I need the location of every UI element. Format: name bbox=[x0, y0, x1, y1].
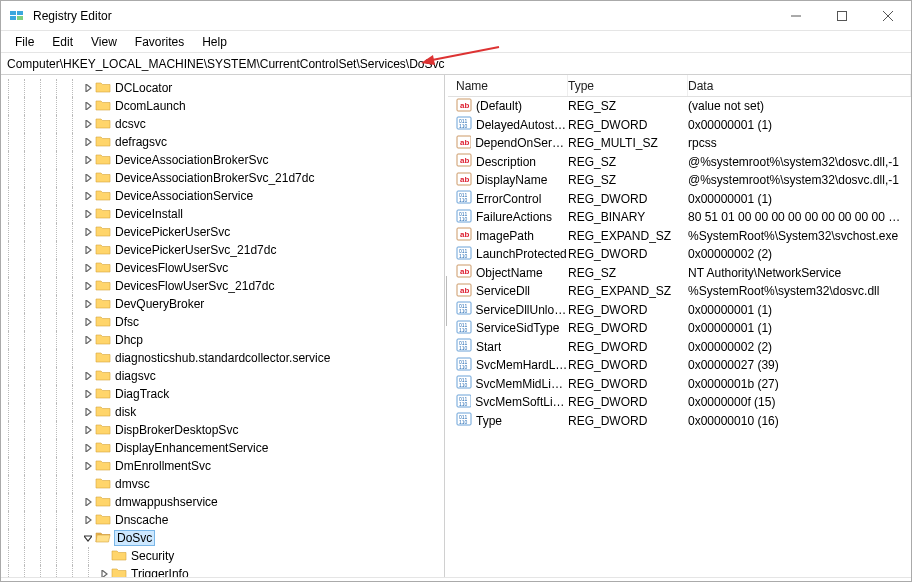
expand-icon-closed[interactable] bbox=[81, 315, 95, 329]
expand-icon-closed[interactable] bbox=[81, 279, 95, 293]
expand-icon-open[interactable] bbox=[81, 531, 95, 545]
expand-icon-closed[interactable] bbox=[81, 441, 95, 455]
tree-item-defragsvc[interactable]: defragsvc bbox=[1, 133, 444, 151]
expand-icon-closed[interactable] bbox=[81, 405, 95, 419]
value-type: REG_DWORD bbox=[568, 395, 688, 409]
folder-icon bbox=[95, 260, 115, 277]
tree-item-dosvc[interactable]: DoSvc bbox=[1, 529, 444, 547]
maximize-button[interactable] bbox=[819, 1, 865, 30]
tree-item-security[interactable]: Security bbox=[1, 547, 444, 565]
list-row[interactable]: LaunchProtectedREG_DWORD0x00000002 (2) bbox=[448, 245, 911, 264]
tree-item-disk[interactable]: disk bbox=[1, 403, 444, 421]
expand-icon-closed[interactable] bbox=[81, 513, 95, 527]
tree-item-dmvsc[interactable]: dmvsc bbox=[1, 475, 444, 493]
folder-icon bbox=[95, 206, 115, 223]
list-row[interactable]: StartREG_DWORD0x00000002 (2) bbox=[448, 338, 911, 357]
expand-icon-closed[interactable] bbox=[81, 99, 95, 113]
expand-icon-closed[interactable] bbox=[81, 153, 95, 167]
list-row[interactable]: DependOnServiceREG_MULTI_SZrpcss bbox=[448, 134, 911, 153]
list-row[interactable]: TypeREG_DWORD0x00000010 (16) bbox=[448, 412, 911, 431]
tree-item-label: DevicePickerUserSvc bbox=[115, 225, 230, 239]
expand-icon-closed[interactable] bbox=[81, 333, 95, 347]
col-header-data[interactable]: Data bbox=[688, 75, 911, 96]
list-row[interactable]: SvcMemSoftLim...REG_DWORD0x0000000f (15) bbox=[448, 393, 911, 412]
tree-item-deviceassociationservice[interactable]: DeviceAssociationService bbox=[1, 187, 444, 205]
list-row[interactable]: ServiceDllUnloa...REG_DWORD0x00000001 (1… bbox=[448, 301, 911, 320]
folder-icon bbox=[95, 440, 115, 457]
menu-edit[interactable]: Edit bbox=[44, 33, 81, 51]
tree-item-dcomlaunch[interactable]: DcomLaunch bbox=[1, 97, 444, 115]
tree-item-dispbrokerdesktopsvc[interactable]: DispBrokerDesktopSvc bbox=[1, 421, 444, 439]
tree-item-label: DevicePickerUserSvc_21d7dc bbox=[115, 243, 276, 257]
expand-icon-closed[interactable] bbox=[81, 297, 95, 311]
list-row[interactable]: SvcMemMidLim...REG_DWORD0x0000001b (27) bbox=[448, 375, 911, 394]
menu-help[interactable]: Help bbox=[194, 33, 235, 51]
list-row[interactable]: ImagePathREG_EXPAND_SZ%SystemRoot%\Syste… bbox=[448, 227, 911, 246]
tree-item-devquerybroker[interactable]: DevQueryBroker bbox=[1, 295, 444, 313]
expand-icon-closed[interactable] bbox=[81, 423, 95, 437]
expand-icon-closed[interactable] bbox=[81, 81, 95, 95]
tree-item-dclocator[interactable]: DCLocator bbox=[1, 79, 444, 97]
minimize-button[interactable] bbox=[773, 1, 819, 30]
expand-icon-closed[interactable] bbox=[97, 567, 111, 577]
tree-item-deviceinstall[interactable]: DeviceInstall bbox=[1, 205, 444, 223]
col-header-name[interactable]: Name bbox=[448, 75, 568, 96]
tree-item-devicesflowusersvc[interactable]: DevicesFlowUserSvc bbox=[1, 259, 444, 277]
address-input[interactable] bbox=[5, 56, 907, 72]
expand-icon-closed[interactable] bbox=[81, 495, 95, 509]
folder-icon bbox=[95, 422, 115, 439]
splitter[interactable] bbox=[445, 75, 448, 577]
tree-item-triggerinfo[interactable]: TriggerInfo bbox=[1, 565, 444, 577]
menu-file[interactable]: File bbox=[7, 33, 42, 51]
expand-icon-closed[interactable] bbox=[81, 369, 95, 383]
expand-icon-closed[interactable] bbox=[81, 387, 95, 401]
list-row[interactable]: (Default)REG_SZ(value not set) bbox=[448, 97, 911, 116]
expand-icon-closed[interactable] bbox=[81, 225, 95, 239]
expand-icon-closed[interactable] bbox=[81, 189, 95, 203]
list-row[interactable]: FailureActionsREG_BINARY80 51 01 00 00 0… bbox=[448, 208, 911, 227]
list-row[interactable]: ObjectNameREG_SZNT Authority\NetworkServ… bbox=[448, 264, 911, 283]
list-row[interactable]: ServiceDllREG_EXPAND_SZ%SystemRoot%\syst… bbox=[448, 282, 911, 301]
value-type: REG_SZ bbox=[568, 173, 688, 187]
col-header-type[interactable]: Type bbox=[568, 75, 688, 96]
list-row[interactable]: DelayedAutostartREG_DWORD0x00000001 (1) bbox=[448, 116, 911, 135]
tree-item-devicepickerusersvc[interactable]: DevicePickerUserSvc bbox=[1, 223, 444, 241]
tree-item-diagtrack[interactable]: DiagTrack bbox=[1, 385, 444, 403]
tree-item-deviceassociationbrokersvc-21d7dc[interactable]: DeviceAssociationBrokerSvc_21d7dc bbox=[1, 169, 444, 187]
list-row[interactable]: SvcMemHardLi...REG_DWORD0x00000027 (39) bbox=[448, 356, 911, 375]
tree-item-displayenhancementservice[interactable]: DisplayEnhancementService bbox=[1, 439, 444, 457]
expand-icon-closed[interactable] bbox=[81, 261, 95, 275]
tree-item-diagnosticshub-standardcollector-service[interactable]: diagnosticshub.standardcollector.service bbox=[1, 349, 444, 367]
tree-pane[interactable]: DCLocatorDcomLaunchdcsvcdefragsvcDeviceA… bbox=[1, 75, 445, 577]
tree-item-diagsvc[interactable]: diagsvc bbox=[1, 367, 444, 385]
menu-view[interactable]: View bbox=[83, 33, 125, 51]
expand-icon-closed[interactable] bbox=[81, 207, 95, 221]
tree-item-dfsc[interactable]: Dfsc bbox=[1, 313, 444, 331]
list-row[interactable]: DescriptionREG_SZ@%systemroot%\system32\… bbox=[448, 153, 911, 172]
expand-icon-closed[interactable] bbox=[81, 171, 95, 185]
folder-icon bbox=[95, 512, 115, 529]
expand-icon-closed[interactable] bbox=[81, 459, 95, 473]
tree-item-dhcp[interactable]: Dhcp bbox=[1, 331, 444, 349]
tree-item-dmwappushservice[interactable]: dmwappushservice bbox=[1, 493, 444, 511]
list-row[interactable]: ServiceSidTypeREG_DWORD0x00000001 (1) bbox=[448, 319, 911, 338]
value-name: Description bbox=[476, 155, 536, 169]
string-value-icon bbox=[456, 263, 472, 282]
tree-item-devicepickerusersvc-21d7dc[interactable]: DevicePickerUserSvc_21d7dc bbox=[1, 241, 444, 259]
list-pane[interactable]: Name Type Data (Default)REG_SZ(value not… bbox=[448, 75, 911, 577]
tree-item-dmenrollmentsvc[interactable]: DmEnrollmentSvc bbox=[1, 457, 444, 475]
expand-icon-closed[interactable] bbox=[81, 135, 95, 149]
value-name: SvcMemMidLim... bbox=[476, 377, 568, 391]
close-button[interactable] bbox=[865, 1, 911, 30]
value-type: REG_MULTI_SZ bbox=[568, 136, 688, 150]
tree-item-devicesflowusersvc-21d7dc[interactable]: DevicesFlowUserSvc_21d7dc bbox=[1, 277, 444, 295]
expand-icon-closed[interactable] bbox=[81, 243, 95, 257]
tree-item-deviceassociationbrokersvc[interactable]: DeviceAssociationBrokerSvc bbox=[1, 151, 444, 169]
value-name: Start bbox=[476, 340, 501, 354]
expand-icon-closed[interactable] bbox=[81, 117, 95, 131]
list-row[interactable]: DisplayNameREG_SZ@%systemroot%\system32\… bbox=[448, 171, 911, 190]
tree-item-dcsvc[interactable]: dcsvc bbox=[1, 115, 444, 133]
list-row[interactable]: ErrorControlREG_DWORD0x00000001 (1) bbox=[448, 190, 911, 209]
menu-favorites[interactable]: Favorites bbox=[127, 33, 192, 51]
tree-item-dnscache[interactable]: Dnscache bbox=[1, 511, 444, 529]
